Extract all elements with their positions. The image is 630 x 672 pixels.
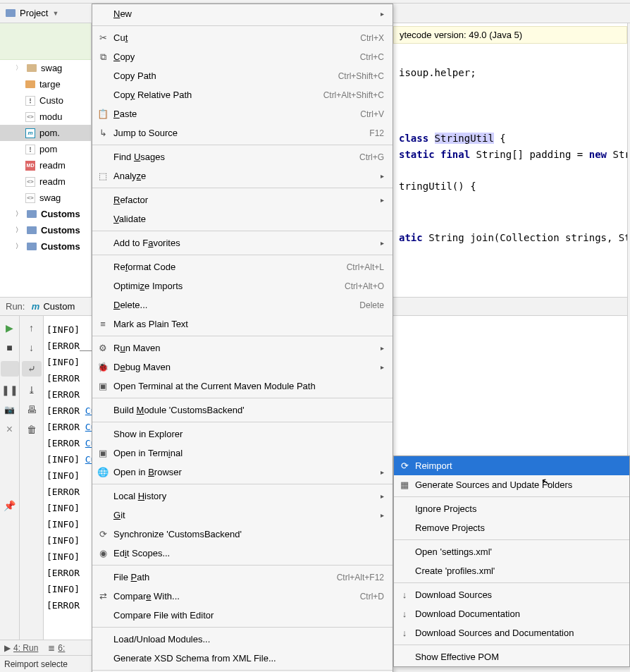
menu-item[interactable]: ✂CutCtrl+X: [92, 28, 393, 47]
tree-item[interactable]: 〉Customs: [0, 222, 91, 238]
pin-icon[interactable]: 📌: [4, 499, 16, 512]
tree-item[interactable]: targe: [0, 76, 91, 92]
maven-submenu: ⟳Reimport▦Generate Sources and Update Fo…: [393, 456, 630, 667]
menu-item[interactable]: Add to Favorites▸: [92, 233, 393, 252]
menu-separator: [394, 496, 629, 497]
submenu-item[interactable]: ▦Generate Sources and Update Folders: [394, 475, 629, 494]
menu-item[interactable]: Load/Unload Modules...: [92, 630, 393, 649]
menu-item[interactable]: File PathCtrl+Alt+F12: [92, 568, 393, 587]
menu-item[interactable]: Refactor▸: [92, 190, 393, 209]
menu-icon: [97, 194, 109, 207]
run-config-tab[interactable]: m Custom: [30, 301, 75, 312]
print-icon[interactable]: 🖶: [25, 403, 38, 416]
menu-separator: [92, 255, 393, 255]
submenu-item[interactable]: ⟳Reimport: [394, 456, 629, 475]
tree-item[interactable]: MDreadm: [0, 157, 91, 173]
menu-icon: [97, 70, 109, 83]
menu-item[interactable]: Local History▸: [92, 487, 393, 506]
menu-item[interactable]: 🌐Open in Browser▸: [92, 463, 393, 482]
up-icon[interactable]: ↑: [25, 322, 38, 334]
pause-icon[interactable]: ❚❚: [4, 384, 16, 396]
down-icon[interactable]: ↓: [25, 341, 38, 354]
tree-item[interactable]: <>readm: [0, 173, 91, 190]
menu-item[interactable]: Validate: [92, 209, 393, 228]
menu-icon: [97, 261, 109, 274]
tree-item-label: readm: [39, 160, 66, 171]
menu-icon: 🐞: [97, 361, 109, 374]
submenu-item[interactable]: ↓Download Sources and Documentation: [394, 623, 629, 642]
code-line: static final String[] padding = new Stri…: [399, 147, 627, 163]
menu-icon: [398, 503, 411, 515]
module-icon: [27, 210, 37, 218]
menu-item[interactable]: Copy PathCtrl+Shift+C: [92, 66, 393, 85]
tree-item[interactable]: mpom.: [0, 125, 91, 141]
menu-item[interactable]: Delete...Delete: [92, 295, 393, 314]
menu-item[interactable]: Find UsagesCtrl+G: [92, 147, 393, 166]
menu-icon: [97, 213, 109, 226]
menu-icon: ⟳: [97, 528, 109, 541]
tree-item[interactable]: <>swag: [0, 190, 91, 206]
xml-file-icon: <>: [25, 177, 35, 187]
menu-item[interactable]: ⬚Analyze▸: [92, 166, 393, 185]
status-run-tab[interactable]: ▶ 4: Run: [4, 643, 38, 653]
menu-shortcut: Ctrl+D: [360, 592, 384, 601]
menu-shortcut: Ctrl+Alt+F12: [337, 573, 384, 582]
rerun-icon[interactable]: ▶: [4, 322, 16, 334]
submenu-item[interactable]: ↓Download Sources: [394, 585, 629, 604]
menu-item[interactable]: New▸: [92, 4, 393, 23]
menu-icon: [97, 404, 109, 417]
tree-item[interactable]: 〉Customs: [0, 206, 91, 222]
menu-item[interactable]: Show in Explorer: [92, 424, 393, 444]
menu-item[interactable]: Optimize ImportsCtrl+Alt+O: [92, 276, 393, 295]
camera-icon[interactable]: 📷: [4, 403, 16, 416]
menu-item[interactable]: 📋PasteCtrl+V: [92, 104, 393, 123]
close-panel-icon[interactable]: ×: [4, 423, 16, 436]
menu-item[interactable]: Reformat CodeCtrl+Alt+L: [92, 257, 393, 276]
tree-item[interactable]: ⋮Custo: [0, 92, 91, 109]
folder-icon: [25, 80, 35, 88]
menu-icon: ⚙: [97, 342, 109, 355]
menu-item[interactable]: ⚙Run Maven▸: [92, 338, 393, 358]
submenu-item[interactable]: Remove Projects: [394, 518, 629, 537]
chevron-down-icon[interactable]: ▼: [52, 10, 58, 17]
run-header-label: Run:: [6, 301, 25, 312]
tree-item[interactable]: ⋮pom: [0, 141, 91, 157]
status-6-tab[interactable]: ≣ 6:: [48, 643, 65, 653]
submenu-item[interactable]: Ignore Projects: [394, 499, 629, 518]
menu-item[interactable]: 🐞Debug Maven▸: [92, 358, 393, 377]
menu-item[interactable]: Generate XSD Schema from XML File...: [92, 649, 393, 668]
submenu-item[interactable]: ↓Download Documentation: [394, 604, 629, 623]
menu-icon: [97, 299, 109, 312]
layout-toggle[interactable]: [1, 361, 19, 377]
scroll-icon[interactable]: ⤓: [25, 384, 38, 396]
menu-item[interactable]: Copy Relative PathCtrl+Alt+Shift+C: [92, 85, 393, 104]
menu-label: Synchronize 'CustomsBackend': [113, 529, 384, 539]
trash-icon[interactable]: 🗑: [25, 423, 38, 436]
soft-wrap-icon[interactable]: ⤶: [22, 361, 42, 377]
menu-item[interactable]: ↳Jump to SourceF12: [92, 123, 393, 142]
stop-icon[interactable]: ■: [4, 341, 16, 354]
tree-item[interactable]: 〉Customs: [0, 238, 91, 255]
submenu-item[interactable]: Open 'settings.xml': [394, 542, 629, 561]
tree-item[interactable]: 〉swag: [0, 60, 91, 76]
code-line: tringUtil() {: [399, 178, 627, 195]
menu-label: File Path: [113, 572, 333, 582]
submenu-item[interactable]: Create 'profiles.xml': [394, 561, 629, 580]
menu-item[interactable]: ▣Open in Terminal: [92, 444, 393, 463]
submenu-item[interactable]: Show Effective POM: [394, 647, 629, 666]
project-label[interactable]: Project: [20, 8, 48, 18]
menu-item[interactable]: ▣Open Terminal at the Current Maven Modu…: [92, 377, 393, 396]
menu-icon: ⧉: [97, 51, 109, 63]
menu-item[interactable]: ⧉CopyCtrl+C: [92, 47, 393, 66]
menu-icon: [97, 609, 109, 622]
menu-item[interactable]: Git▸: [92, 506, 393, 525]
editor-notification[interactable]: ytecode version: 49.0 (Java 5): [393, 26, 627, 44]
menu-item[interactable]: ⟳Synchronize 'CustomsBackend': [92, 525, 393, 544]
menu-separator: [92, 188, 393, 188]
menu-item[interactable]: ≡Mark as Plain Text: [92, 314, 393, 334]
menu-item[interactable]: Compare File with Editor: [92, 606, 393, 625]
menu-item[interactable]: Build Module 'CustomsBackend': [92, 401, 393, 420]
menu-item[interactable]: ◉Edit Scopes...: [92, 544, 393, 563]
tree-item[interactable]: <>modu: [0, 109, 91, 125]
menu-item[interactable]: ⇄Compare With...Ctrl+D: [92, 587, 393, 606]
